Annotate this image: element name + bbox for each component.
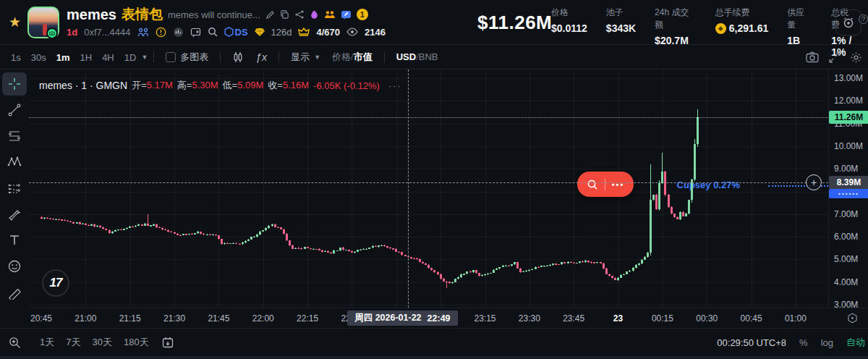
gridline-h [29,124,828,124]
edit-icon[interactable] [265,10,275,20]
range-30天[interactable]: 30天 [92,336,111,349]
tool-ruler[interactable] [2,281,27,304]
watchlist-star-icon[interactable]: ★ [9,14,21,30]
price-option[interactable]: 价格 [332,51,351,62]
candle [475,270,477,273]
candlestick-chart[interactable]: memes · 1 · GMGN 开=5.17M 高=5.30M 低=5.09M… [29,69,828,308]
interval-1m[interactable]: 1m [51,49,75,66]
flame-icon[interactable] [310,9,319,20]
display-dropdown[interactable]: 显示 ▼ [285,51,326,64]
price-axis[interactable]: 3.00M4.00M5.00M6.00M7.00M8.00M9.00M10.00… [828,69,868,308]
avatar-camera-badge[interactable] [46,28,58,39]
settings-gear-icon[interactable] [850,51,862,64]
chart-circle-icon[interactable] [173,27,184,38]
currency-switch[interactable]: USD/BNB [391,51,444,62]
usd-option[interactable]: USD [396,51,416,62]
candle [682,212,684,216]
candle [395,249,397,252]
candle [120,229,122,230]
gridline-v [130,69,131,308]
candle [280,227,282,229]
candle [457,277,459,279]
candle [365,249,367,250]
candle [235,243,237,244]
overlay-line-label[interactable]: Cupsey 0.27% [677,180,740,190]
tool-crosshair[interactable] [2,72,27,96]
tool-brush[interactable] [2,203,27,226]
tool-forecast[interactable] [2,177,27,200]
range-1天[interactable]: 1天 [40,336,54,349]
price-alert-button[interactable] [835,9,861,35]
tradingview-logo[interactable]: 17 [42,269,69,297]
tool-emoji[interactable] [2,255,27,278]
indicators-button[interactable]: ƒx [250,51,273,63]
candle [413,258,415,259]
candle [342,248,344,250]
gridline-v [352,69,352,308]
candle [552,263,554,264]
candle [312,249,315,250]
dexscreener-link[interactable]: DS [224,27,248,38]
more-options-icon[interactable]: ••• [612,180,625,189]
tool-text[interactable] [2,229,27,252]
magnifier-icon[interactable] [587,179,598,190]
message-plus-icon[interactable] [190,27,201,38]
candle [76,222,78,223]
fib-retracement-icon [7,129,22,143]
candle [495,269,498,269]
contract-address[interactable]: 0xf7...4444 [84,27,130,38]
candle [516,262,519,268]
copy-icon[interactable] [280,10,289,20]
range-7天[interactable]: 7天 [66,336,80,349]
candle [549,265,551,266]
price-mcap-switch[interactable]: 价格/市值 [326,51,378,64]
candle [123,229,125,229]
zoom-in-icon[interactable] [9,337,21,349]
search-icon[interactable] [208,27,218,37]
time-axis[interactable]: 01:0000:4500:3000:152323:4523:3023:1523:… [29,308,868,328]
candle [144,224,146,226]
crosshair-plus-icon[interactable]: + [806,174,822,190]
holders-icon[interactable] [137,28,149,37]
members-icon[interactable] [324,9,336,20]
candle [55,219,57,220]
candle [641,260,643,264]
interval-1s[interactable]: 1s [6,49,26,66]
auto-scale-button[interactable]: 自动 [846,336,865,349]
candle [93,224,95,227]
range-180天[interactable]: 180天 [124,336,149,349]
interval-1H[interactable]: 1H [75,49,98,66]
coin-badge[interactable]: 1 [357,9,368,20]
interval-chevron-icon[interactable]: ▼ [141,54,148,61]
goto-date-icon[interactable] [162,337,174,348]
mcap-option[interactable]: 市值 [354,51,373,62]
chart-style-button[interactable] [226,51,250,63]
legend-change: -6.05K (-0.12%) [313,80,380,91]
current-price-line [29,117,828,118]
candle [546,266,548,266]
session-clock[interactable]: 00:29:50 UTC+8 [717,337,786,348]
interval-4H[interactable]: 4H [97,49,119,66]
tool-xabcd-pattern[interactable] [2,151,27,174]
log-scale-button[interactable]: log [821,337,833,348]
floating-action-pill[interactable]: ••• [577,172,634,197]
axis-settings-icon[interactable] [847,313,858,324]
percent-scale-button[interactable]: % [799,337,808,348]
crosshair-icon [7,77,22,91]
alert-circle-icon[interactable] [156,27,166,38]
multichart-toggle[interactable]: 多图表 [160,51,214,64]
share-icon[interactable] [294,9,305,20]
tool-trend-line[interactable] [2,98,27,122]
chat-edit-icon[interactable] [341,9,352,20]
tool-fib-retracement[interactable] [2,124,27,148]
candle [46,218,48,219]
candle [481,275,483,276]
bnb-option[interactable]: BNB [419,51,438,62]
candle [368,248,370,248]
interval-1D[interactable]: 1D [119,49,142,66]
legend-more-dots[interactable]: ··· [388,80,402,91]
fullscreen-icon[interactable] [829,52,840,63]
gem-icon[interactable] [255,28,265,37]
screenshot-camera-icon[interactable] [806,51,819,63]
interval-30s[interactable]: 30s [26,49,51,66]
